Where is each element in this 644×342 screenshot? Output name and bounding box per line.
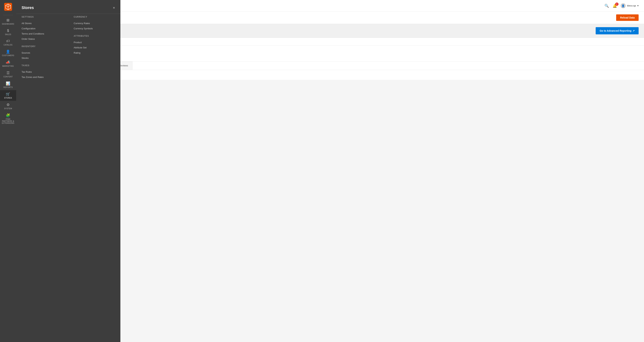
- sidebar-item-customers[interactable]: 👤 CUSTOMERS: [0, 48, 16, 58]
- system-icon: ⚙: [6, 103, 10, 107]
- stocks-link[interactable]: Stocks: [22, 55, 63, 61]
- sidebar-item-content-label: CONTENT: [4, 76, 13, 78]
- user-menu[interactable]: 👤 klevu-qa ▾: [621, 3, 638, 8]
- reports-icon: 📊: [6, 81, 10, 86]
- sidebar-item-reports-label: REPORTS: [4, 86, 13, 88]
- sidebar-item-marketing-label: MARKETING: [2, 65, 14, 67]
- tax-zones-rates-link[interactable]: Tax Zones and Rates: [22, 74, 63, 80]
- dashboard-icon: ⊞: [6, 18, 10, 22]
- stores-menu-right-col: Currency Currency Rates Currency Symbols…: [74, 16, 115, 80]
- product-attribute-link[interactable]: Product: [74, 40, 115, 45]
- customers-icon: 👤: [6, 50, 10, 54]
- stores-menu-columns: Settings All Stores Configuration Terms …: [16, 16, 120, 80]
- attributes-section-title: Attributes: [74, 35, 115, 37]
- header-actions: 🔍 🔔 2 👤 klevu-qa ▾: [604, 3, 638, 8]
- sidebar-item-content[interactable]: ☰ CONTENT: [0, 69, 16, 80]
- currency-rates-link[interactable]: Currency Rates: [74, 21, 115, 26]
- sidebar-item-customers-label: CUSTOMERS: [2, 55, 14, 57]
- sidebar-item-dashboard-label: DASHBOARD: [2, 23, 14, 25]
- sidebar-item-reports[interactable]: 📊 REPORTS: [0, 80, 16, 90]
- stores-menu-left-col: Settings All Stores Configuration Terms …: [22, 16, 63, 80]
- user-menu-chevron-icon: ▾: [637, 4, 638, 7]
- marketing-icon: 📣: [6, 60, 10, 64]
- sidebar-item-sales-label: SALES: [5, 34, 11, 36]
- sidebar-item-find-partners[interactable]: 🧩 FIND PARTNERS & EXTENSIONS: [0, 111, 16, 126]
- user-name: klevu-qa: [627, 4, 636, 7]
- rating-link[interactable]: Rating: [74, 50, 115, 55]
- stores-menu-close-button[interactable]: ×: [113, 6, 115, 10]
- sidebar-item-sales[interactable]: $ SALES: [0, 27, 16, 37]
- sidebar-item-stores-label: STORES: [4, 97, 12, 99]
- tax-rules-link[interactable]: Tax Rules: [22, 69, 63, 74]
- reload-data-button[interactable]: Reload Data: [616, 14, 638, 21]
- catalog-icon: 🏷: [6, 39, 10, 43]
- stores-icon: 🛒: [6, 92, 10, 96]
- content-icon: ☰: [6, 71, 10, 75]
- attribute-set-link[interactable]: Attribute Set: [74, 45, 115, 50]
- go-to-advanced-reporting-button[interactable]: Go to Advanced Reporting ↗: [596, 27, 638, 34]
- sidebar-item-system[interactable]: ⚙ SYSTEM: [0, 101, 16, 111]
- sidebar-item-marketing[interactable]: 📣 MARKETING: [0, 58, 16, 69]
- external-link-icon: ↗: [632, 29, 635, 32]
- sales-icon: $: [7, 29, 9, 33]
- magento-logo: [3, 2, 13, 12]
- currency-section-title: Currency: [74, 16, 115, 18]
- sidebar-item-stores[interactable]: 🛒 STORES: [0, 90, 16, 101]
- notification-badge: 2: [615, 3, 618, 6]
- sidebar-item-catalog[interactable]: 🏷 CATALOG: [0, 37, 16, 48]
- order-status-link[interactable]: Order Status: [22, 36, 63, 42]
- sidebar-item-system-label: SYSTEM: [4, 108, 12, 110]
- go-advanced-label: Go to Advanced Reporting: [600, 29, 632, 32]
- sources-link[interactable]: Sources: [22, 50, 63, 55]
- search-icon[interactable]: 🔍: [604, 4, 609, 8]
- partners-icon: 🧩: [6, 113, 10, 117]
- taxes-section-title: Taxes: [22, 64, 63, 67]
- sidebar-item-partners-label: FIND PARTNERS & EXTENSIONS: [1, 118, 15, 124]
- inventory-section-title: Inventory: [22, 45, 63, 48]
- terms-conditions-link[interactable]: Terms and Conditions: [22, 31, 63, 36]
- stores-menu-overlay: Stores × Settings All Stores Configurati…: [16, 0, 120, 342]
- user-avatar: 👤: [621, 3, 626, 8]
- stores-menu-title: Stores: [22, 6, 34, 10]
- sidebar-item-dashboard[interactable]: ⊞ DASHBOARD: [0, 16, 16, 27]
- settings-section-title: Settings: [22, 16, 63, 18]
- all-stores-link[interactable]: All Stores: [22, 21, 63, 26]
- configuration-link[interactable]: Configuration: [22, 26, 63, 31]
- sidebar-item-catalog-label: CATALOG: [4, 44, 12, 46]
- stores-menu-header: Stores ×: [16, 4, 120, 14]
- currency-symbols-link[interactable]: Currency Symbols: [74, 26, 115, 31]
- notification-bell[interactable]: 🔔 2: [612, 4, 617, 8]
- sidebar: ⊞ DASHBOARD $ SALES 🏷 CATALOG 👤 CUSTOMER…: [0, 0, 16, 342]
